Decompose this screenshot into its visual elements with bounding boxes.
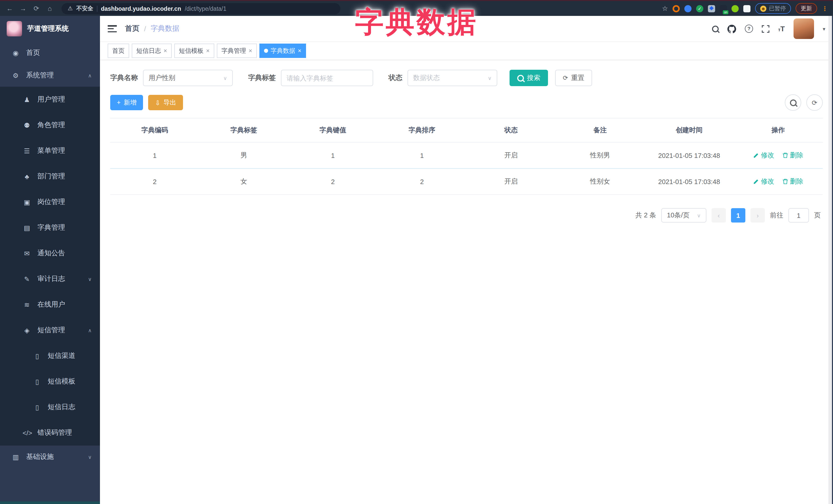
sidebar-item-audit-log[interactable]: ✎ 审计日志 ∨ xyxy=(0,266,100,292)
browser-menu-icon[interactable]: ⋮ xyxy=(822,5,828,12)
sidebar-item-post-mgmt[interactable]: ▣ 岗位管理 xyxy=(0,189,100,215)
extension-drop-icon[interactable] xyxy=(684,5,691,12)
close-icon[interactable]: × xyxy=(248,47,252,54)
back-icon[interactable]: ← xyxy=(5,1,14,16)
home-icon[interactable]: ⌂ xyxy=(45,1,54,16)
fullscreen-icon[interactable] xyxy=(762,25,769,32)
page-size-value: 10条/页 xyxy=(667,211,689,220)
sidebar-item-sms-mgmt[interactable]: ◈ 短信管理 ∧ xyxy=(0,317,100,343)
tree-icon: ♣ xyxy=(23,172,31,180)
url-path: /dict/type/data/1 xyxy=(185,5,226,11)
sidebar-item-home[interactable]: ◉ 首页 xyxy=(0,42,100,64)
paused-label: 已暂停 xyxy=(769,5,786,12)
sidebar-item-dict-mgmt[interactable]: ▤ 字典管理 xyxy=(0,215,100,240)
sidebar-item-dept-mgmt[interactable]: ♣ 部门管理 xyxy=(0,164,100,189)
next-page-button[interactable]: › xyxy=(751,208,765,222)
window-scrollbar[interactable] xyxy=(828,16,833,504)
trash-icon xyxy=(782,152,788,159)
sidebar-item-label: 用户管理 xyxy=(38,95,65,104)
app-title: 芋道管理系统 xyxy=(27,24,69,33)
bookmark-star-icon[interactable]: ☆ xyxy=(662,5,668,12)
user-avatar[interactable] xyxy=(793,19,814,39)
cell-created: 2021-01-05 17:03:48 xyxy=(645,168,734,195)
dict-label-input[interactable] xyxy=(281,70,373,86)
overlay-annotation-title: 字典数据 xyxy=(355,3,478,42)
paused-profile-chip[interactable]: ☻ 已暂停 xyxy=(755,3,791,14)
close-icon[interactable]: × xyxy=(298,47,302,54)
status-select[interactable]: 数据状态 ∨ xyxy=(407,70,497,86)
app-logo[interactable]: 芋道管理系统 xyxy=(0,16,100,42)
pencil-icon xyxy=(753,178,759,185)
security-label[interactable]: 不安全 xyxy=(76,5,93,12)
page-1-button[interactable]: 1 xyxy=(731,208,745,222)
help-icon[interactable]: ? xyxy=(745,25,753,33)
extension-sprout-icon[interactable] xyxy=(732,5,739,12)
search-icon[interactable] xyxy=(712,25,719,32)
edit-link[interactable]: 修改 xyxy=(753,177,774,186)
dict-name-value: 用户性别 xyxy=(149,73,175,82)
tab-home[interactable]: 首页 xyxy=(108,44,129,58)
github-icon[interactable] xyxy=(728,24,736,33)
prev-page-button[interactable]: ‹ xyxy=(712,208,726,222)
gear-icon: ⚙ xyxy=(11,72,20,79)
sidebar-collapse-icon[interactable] xyxy=(108,25,117,32)
breadcrumb-home[interactable]: 首页 xyxy=(125,24,139,33)
refresh-table-button[interactable]: ⟳ xyxy=(806,94,823,111)
dashboard-icon: ◉ xyxy=(11,49,20,57)
sidebar-item-sms-log[interactable]: ▯ 短信日志 xyxy=(0,394,100,420)
tab-dict-data[interactable]: 字典数据 × xyxy=(259,44,306,58)
extensions-puzzle-icon[interactable] xyxy=(743,5,751,12)
sidebar-item-role-mgmt[interactable]: ⚉ 角色管理 xyxy=(0,112,100,138)
sidebar-item-notice[interactable]: ✉ 通知公告 xyxy=(0,240,100,266)
sidebar-item-system-mgmt[interactable]: ⚙ 系统管理 ∧ xyxy=(0,64,100,87)
extension-switch-icon[interactable]: on xyxy=(720,5,727,12)
sidebar-item-user-mgmt[interactable]: ♟ 用户管理 xyxy=(0,87,100,112)
reset-button[interactable]: ⟳ 重置 xyxy=(555,70,592,86)
tab-sms-template[interactable]: 短信模板 × xyxy=(174,44,214,58)
extension-bars-icon[interactable] xyxy=(708,5,715,12)
dict-name-select[interactable]: 用户性别 ∨ xyxy=(143,70,233,86)
refresh-icon: ⟳ xyxy=(812,99,817,106)
search-button[interactable]: 搜索 xyxy=(509,70,548,86)
sidebar-item-sms-template[interactable]: ▯ 短信模板 xyxy=(0,369,100,394)
sidebar-item-sms-channel[interactable]: ▯ 短信渠道 xyxy=(0,343,100,369)
tab-sms-log[interactable]: 短信日志 × xyxy=(132,44,172,58)
delete-link[interactable]: 删除 xyxy=(782,177,803,186)
sidebar-item-menu-mgmt[interactable]: ☰ 菜单管理 xyxy=(0,138,100,164)
sidebar-item-label: 错误码管理 xyxy=(38,428,72,437)
sidebar-item-error-code-mgmt[interactable]: </> 错误码管理 xyxy=(0,420,100,446)
add-button[interactable]: + 新增 xyxy=(110,95,143,110)
screen: 字典数据 ← → ⟳ ⌂ ⚠ 不安全 dashboard.yudao.iocod… xyxy=(0,0,833,504)
reload-icon[interactable]: ⟳ xyxy=(32,1,41,16)
extension-check-icon[interactable]: ✓ xyxy=(696,5,703,12)
sidebar-item-label: 首页 xyxy=(26,48,40,57)
address-bar[interactable]: ⚠ 不安全 dashboard.yudao.iocoder.cn /dict/t… xyxy=(62,3,340,14)
delete-link[interactable]: 删除 xyxy=(782,151,803,160)
sidebar-item-label: 部门管理 xyxy=(38,172,65,181)
navbar-actions: ? тT ▾ xyxy=(712,19,825,39)
search-button-label: 搜索 xyxy=(527,73,540,82)
table-row: 1 男 1 1 开启 性别男 2021-01-05 17:03:48 修改 xyxy=(110,142,823,168)
forward-icon[interactable]: → xyxy=(19,1,28,16)
extension-orange-icon[interactable] xyxy=(672,5,680,12)
font-size-icon[interactable]: тT xyxy=(778,24,785,33)
edit-link-label: 修改 xyxy=(761,177,774,186)
tab-dict-mgmt[interactable]: 字典管理 × xyxy=(217,44,257,58)
edit-link[interactable]: 修改 xyxy=(753,151,774,160)
close-icon[interactable]: × xyxy=(206,47,210,54)
total-count: 共 2 条 xyxy=(635,211,656,220)
logo-image xyxy=(7,21,22,37)
sidebar-item-label: 通知公告 xyxy=(38,249,65,258)
toggle-search-button[interactable] xyxy=(785,94,801,111)
close-icon[interactable]: × xyxy=(164,47,167,54)
export-button[interactable]: ⇩ 导出 xyxy=(148,95,183,110)
app-frame: 芋道管理系统 ◉ 首页 ⚙ 系统管理 ∧ ♟ 用户管理 ⚉ 角色管理 xyxy=(0,16,833,504)
sidebar-item-infrastructure[interactable]: ▥ 基础设施 ∨ xyxy=(0,446,100,468)
avatar-caret-icon[interactable]: ▾ xyxy=(823,26,825,31)
goto-page-input[interactable] xyxy=(788,208,809,222)
sidebar-bottom-strip xyxy=(0,501,100,504)
chevron-down-icon: ∨ xyxy=(488,75,492,81)
sidebar-item-online-users[interactable]: ≋ 在线用户 xyxy=(0,292,100,317)
update-button[interactable]: 更新 xyxy=(795,3,817,14)
page-size-select[interactable]: 10条/页 ∨ xyxy=(661,208,706,222)
